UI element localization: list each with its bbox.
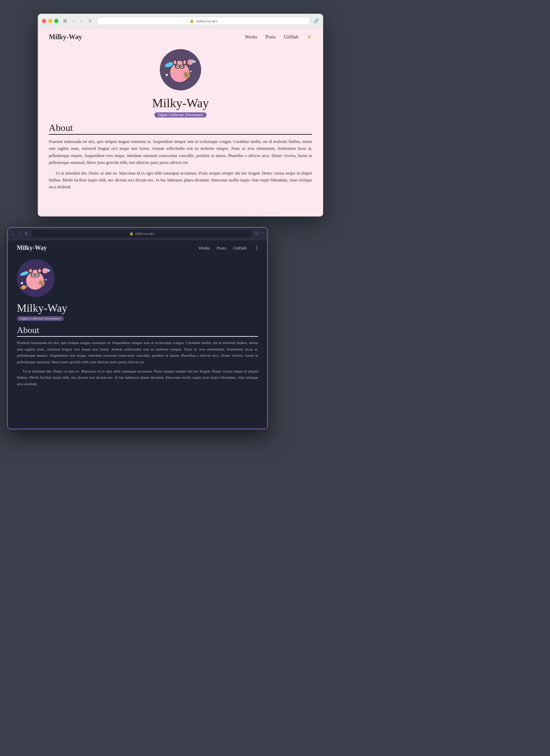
site-content-dark: Milky-Way Works Posts GitHub ☽ — [7, 240, 268, 429]
browser-window-light: ⊞ ‹ › ↻ 🔒 milkyway.dev 🔗 Milky-Way Works… — [38, 14, 323, 216]
browser-actions-dark: ⓘ + — [254, 231, 264, 236]
nav-posts-light[interactable]: Posts — [265, 34, 276, 40]
svg-point-20 — [171, 70, 173, 71]
forward-button-dark[interactable]: › — [18, 231, 21, 237]
avatar-light — [160, 49, 201, 90]
svg-point-15 — [174, 60, 176, 64]
plus-icon-dark[interactable]: + — [261, 231, 264, 236]
nav-links-light: Works Posts GitHub ☀ — [245, 33, 312, 41]
about-heading-dark: About — [17, 325, 258, 337]
maximize-button[interactable] — [54, 19, 58, 23]
svg-point-21 — [190, 71, 191, 72]
site-title-light: Milky-Way — [152, 96, 209, 110]
share-icon[interactable]: 🔗 — [314, 18, 319, 24]
badge-light: Digital Craftsman (Developer) — [154, 112, 207, 118]
site-title-dark: Milky-Way — [17, 302, 67, 314]
back-button[interactable]: ‹ — [72, 18, 76, 24]
about-para2-dark: Ut at interdum dui. Donec ut ante ex. Ma… — [17, 368, 258, 387]
svg-point-17 — [183, 71, 190, 78]
svg-point-44 — [45, 279, 47, 280]
url-text: milkyway.dev — [196, 19, 218, 23]
nav-posts-dark[interactable]: Posts — [217, 245, 226, 251]
refresh-button[interactable]: ↻ — [87, 18, 94, 24]
svg-point-3 — [187, 59, 193, 65]
address-bar[interactable]: 🔒 milkyway.dev — [97, 17, 310, 25]
info-icon-dark[interactable]: ⓘ — [254, 231, 258, 236]
svg-point-18 — [185, 73, 186, 75]
nav-works-light[interactable]: Works — [245, 34, 257, 40]
svg-point-40 — [38, 280, 45, 286]
svg-point-19 — [186, 75, 188, 76]
site-content-light: Milky-Way Works Posts GitHub ☀ — [38, 28, 323, 216]
site-logo-light[interactable]: Milky-Way — [49, 33, 82, 41]
svg-point-38 — [29, 269, 32, 273]
browser-actions: 🔗 — [314, 18, 319, 24]
refresh-button-dark[interactable]: ↻ — [24, 231, 29, 237]
nav-links-dark: Works Posts GitHub ☽ — [198, 245, 258, 251]
svg-point-33 — [32, 275, 34, 276]
about-para1-dark: Praesent malesuada mi nisi, quis tempus … — [17, 340, 258, 365]
about-para1-light: Praesent malesuada mi nisi, quis tempus … — [49, 138, 312, 166]
site-nav-dark: Milky-Way Works Posts GitHub ☽ — [7, 240, 268, 256]
site-nav-light: Milky-Way Works Posts GitHub ☀ — [38, 28, 323, 46]
svg-point-35 — [34, 276, 36, 278]
nav-github-dark[interactable]: GitHub — [233, 245, 246, 251]
svg-point-43 — [26, 278, 28, 280]
svg-point-22 — [166, 74, 168, 76]
svg-point-45 — [21, 282, 23, 284]
svg-point-39 — [38, 269, 41, 273]
svg-point-16 — [183, 60, 186, 64]
nav-works-dark[interactable]: Works — [198, 245, 210, 251]
close-button[interactable] — [42, 19, 46, 23]
browser-toolbar-dark: ‹ › ↻ 🔒 milkyway.dev ⓘ + — [7, 227, 268, 240]
tab-icon: ⊞ — [62, 18, 68, 24]
badge-dark: Digital Craftsman (Developer) — [17, 316, 64, 321]
forward-button[interactable]: › — [79, 18, 83, 24]
nav-github-light[interactable]: GitHub — [284, 34, 298, 40]
theme-toggle-dark[interactable]: ☽ — [253, 245, 258, 251]
address-bar-dark[interactable]: 🔒 milkyway.dev — [32, 230, 252, 237]
about-text-dark: Praesent malesuada mi nisi, quis tempus … — [17, 340, 258, 387]
theme-toggle-light[interactable]: ☀ — [307, 33, 312, 41]
browser-toolbar-light: ⊞ ‹ › ↻ 🔒 milkyway.dev 🔗 — [38, 14, 323, 28]
svg-point-11 — [181, 66, 183, 67]
traffic-lights — [42, 19, 58, 23]
about-para2-light: Ut at interdum dui. Donec ut ante ex. Ma… — [49, 170, 312, 191]
avatar-dark — [17, 259, 55, 297]
url-text-dark: milkyway.dev — [135, 232, 154, 235]
browser-window-dark: ‹ › ↻ 🔒 milkyway.dev ⓘ + Milky-Way Works… — [7, 227, 268, 430]
site-logo-dark[interactable]: Milky-Way — [17, 244, 47, 252]
svg-point-34 — [36, 275, 38, 276]
svg-point-26 — [42, 268, 48, 274]
about-text-light: Praesent malesuada mi nisi, quis tempus … — [49, 138, 312, 191]
site-main-dark: Milky-Way Digital Craftsman (Developer) … — [7, 256, 268, 394]
svg-point-41 — [40, 281, 41, 283]
lock-icon-dark: 🔒 — [129, 232, 133, 235]
svg-point-10 — [177, 66, 178, 67]
site-main-light: Milky-Way Digital Craftsman (Developer) … — [38, 46, 323, 198]
svg-point-12 — [179, 68, 181, 69]
svg-point-42 — [41, 283, 43, 285]
about-heading-light: About — [49, 122, 312, 135]
back-button-dark[interactable]: ‹ — [11, 231, 15, 237]
lock-icon: 🔒 — [189, 19, 194, 23]
minimize-button[interactable] — [48, 19, 52, 23]
